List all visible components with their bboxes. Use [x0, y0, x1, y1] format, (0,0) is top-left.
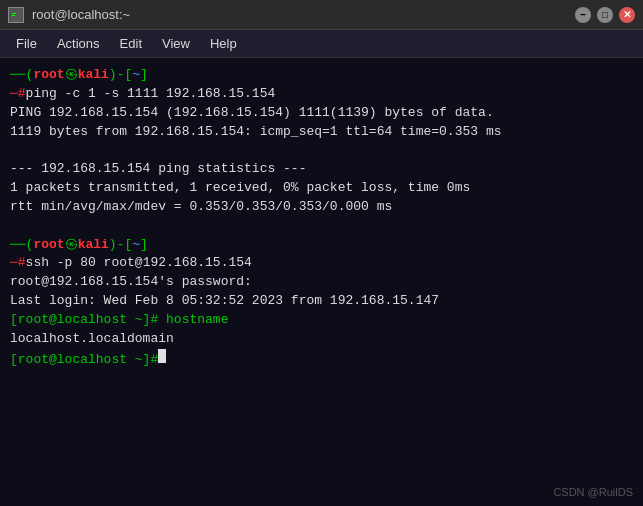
- close-button[interactable]: ✕: [619, 7, 635, 23]
- blank-line-2: [10, 217, 633, 236]
- command-line-2: ─# ssh -p 80 root@192.168.15.154: [10, 254, 633, 273]
- menu-file[interactable]: File: [8, 33, 45, 54]
- output-line-10: [root@localhost ~]#: [10, 349, 633, 370]
- output-line-8: [root@localhost ~]# hostname: [10, 311, 633, 330]
- output-line-4: 1 packets transmitted, 1 received, 0% pa…: [10, 179, 633, 198]
- title-bar: root@localhost:~ – □ ✕: [0, 0, 643, 30]
- title-bar-left: root@localhost:~: [8, 7, 130, 23]
- command-line-1: ─# ping -c 1 -s 1111 192.168.15.154: [10, 85, 633, 104]
- blank-line-1: [10, 141, 633, 160]
- menu-help[interactable]: Help: [202, 33, 245, 54]
- output-line-5: rtt min/avg/max/mdev = 0.353/0.353/0.353…: [10, 198, 633, 217]
- menu-view[interactable]: View: [154, 33, 198, 54]
- svg-rect-1: [12, 13, 16, 14]
- output-line-9: localhost.localdomain: [10, 330, 633, 349]
- terminal-window[interactable]: ──(root㉿kali)-[~] ─# ping -c 1 -s 1111 1…: [0, 58, 643, 506]
- menu-actions[interactable]: Actions: [49, 33, 108, 54]
- output-line-2: 1119 bytes from 192.168.15.154: icmp_seq…: [10, 123, 633, 142]
- minimize-button[interactable]: –: [575, 7, 591, 23]
- terminal-icon: [8, 7, 24, 23]
- output-line-3: --- 192.168.15.154 ping statistics ---: [10, 160, 633, 179]
- maximize-button[interactable]: □: [597, 7, 613, 23]
- menu-bar: File Actions Edit View Help: [0, 30, 643, 58]
- output-line-1: PING 192.168.15.154 (192.168.15.154) 111…: [10, 104, 633, 123]
- output-line-6: root@192.168.15.154's password:: [10, 273, 633, 292]
- menu-edit[interactable]: Edit: [112, 33, 150, 54]
- watermark: CSDN @RuilDS: [553, 486, 633, 498]
- prompt-line-2: ──(root㉿kali)-[~]: [10, 236, 633, 255]
- window-title: root@localhost:~: [32, 7, 130, 22]
- window-controls: – □ ✕: [575, 7, 635, 23]
- output-line-7: Last login: Wed Feb 8 05:32:52 2023 from…: [10, 292, 633, 311]
- svg-rect-2: [12, 15, 15, 16]
- terminal-content: ──(root㉿kali)-[~] ─# ping -c 1 -s 1111 1…: [10, 66, 633, 370]
- prompt-line-1: ──(root㉿kali)-[~]: [10, 66, 633, 85]
